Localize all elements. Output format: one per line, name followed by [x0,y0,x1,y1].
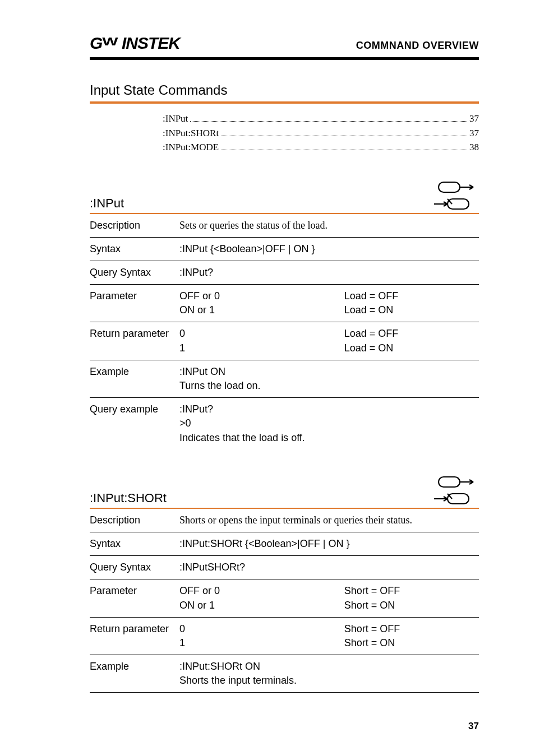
detail-row: Parameter OFF or 0Load = OFFON or 1Load … [90,285,479,322]
row-label: Parameter [90,289,179,317]
header-title: COMMNAND OVERVIEW [356,40,479,52]
set-query-icon [428,475,479,505]
row-line: Shorts the input terminals. [179,674,479,688]
detail-row: Query example :INPut?>0Indicates that th… [90,398,479,449]
row-content: 0Short = OFF1Short = ON [179,622,479,650]
detail-row: Example :INPut ONTurns the load on. [90,360,479,397]
param-row: ON or 1Short = ON [179,599,479,613]
row-label: Query Syntax [90,560,179,574]
param-row: 1Short = ON [179,636,479,650]
row-line: :INPut? [179,402,479,416]
row-content: :INPutSHORt? [179,560,479,574]
detail-row: Return parameter 0Short = OFF1Short = ON [90,618,479,655]
param-meaning: Short = OFF [344,622,479,636]
param-meaning: Load = OFF [344,327,479,341]
param-meaning: Load = ON [344,341,479,355]
row-divider [90,692,479,693]
param-value: 1 [179,341,344,355]
toc-row: :INPut37 [163,112,479,126]
row-label: Syntax [90,242,179,256]
page-number: 37 [90,721,479,732]
header-divider [90,57,479,60]
toc-dots [221,127,467,136]
svg-rect-5 [439,477,460,487]
row-line: Indicates that the load is off. [179,431,479,445]
param-meaning: Load = OFF [344,289,479,303]
param-row: 0Load = OFF [179,327,479,341]
row-label: Example [90,365,179,393]
param-row: ON or 1Load = ON [179,303,479,317]
param-value: OFF or 0 [179,289,344,303]
row-line: :INPutSHORt? [179,560,479,574]
row-label: Return parameter [90,622,179,650]
detail-row: Description Sets or queries the status o… [90,214,479,237]
command-name: :INPut:SHORt [90,491,167,505]
table-of-contents: :INPut37:INPut:SHORt37:INPut:MODE38 [163,112,479,155]
row-line: :INPut:SHORt {<Boolean>|OFF | ON } [179,537,479,551]
row-content: OFF or 0Short = OFFON or 1Short = ON [179,584,479,612]
detail-row: Syntax :INPut:SHORt {<Boolean>|OFF | ON … [90,532,479,555]
row-content: :INPut:SHORt ONShorts the input terminal… [179,660,479,688]
param-meaning: Short = OFF [344,584,479,598]
row-line: Shorts or opens the input terminals or q… [179,513,479,527]
param-value: 0 [179,622,344,636]
command-block: :INPut:SHORt Description Shorts or opens… [90,475,479,693]
page-header: GW INSTEK COMMNAND OVERVIEW [90,34,479,53]
row-label: Return parameter [90,327,179,355]
toc-dots [190,112,467,122]
set-query-icon [428,180,479,211]
row-content: :INPut?>0Indicates that the load is off. [179,402,479,445]
param-meaning: Load = ON [344,303,479,317]
row-content: Sets or queries the status of the load. [179,219,479,233]
toc-page: 37 [469,126,479,141]
param-meaning: Short = ON [344,599,479,613]
toc-row: :INPut:MODE38 [163,140,479,155]
toc-label: :INPut:MODE [163,140,219,155]
row-label: Parameter [90,584,179,612]
param-value: 1 [179,636,344,650]
row-content: :INPut ONTurns the load on. [179,365,479,393]
row-line: >0 [179,416,479,430]
svg-rect-7 [448,494,469,504]
command-name: :INPut [90,196,124,211]
commands-container: :INPut Description Sets or queries the s… [90,180,479,693]
param-row: OFF or 0Load = OFF [179,289,479,303]
row-line: Turns the load on. [179,379,479,393]
detail-row: Example :INPut:SHORt ONShorts the input … [90,655,479,692]
toc-page: 37 [469,112,479,126]
svg-rect-2 [448,199,469,209]
row-content: OFF or 0Load = OFFON or 1Load = ON [179,289,479,317]
param-value: ON or 1 [179,599,344,613]
brand-logo: GW INSTEK [90,34,180,53]
toc-dots [221,141,467,150]
detail-row: Description Shorts or opens the input te… [90,509,479,532]
row-content: :INPut {<Boolean>|OFF | ON } [179,242,479,256]
row-label: Query Syntax [90,266,179,280]
param-value: 0 [179,327,344,341]
param-value: ON or 1 [179,303,344,317]
row-line: :INPut? [179,266,479,280]
row-label: Example [90,660,179,688]
row-content: 0Load = OFF1Load = ON [179,327,479,355]
detail-row: Parameter OFF or 0Short = OFFON or 1Shor… [90,579,479,616]
command-block: :INPut Description Sets or queries the s… [90,180,479,449]
section-heading: Input State Commands [90,82,479,98]
row-content: :INPut? [179,266,479,280]
detail-row: Return parameter 0Load = OFF1Load = ON [90,322,479,359]
command-header: :INPut [90,180,479,211]
param-value: OFF or 0 [179,584,344,598]
row-line: :INPut {<Boolean>|OFF | ON } [179,242,479,256]
param-row: OFF or 0Short = OFF [179,584,479,598]
section-divider [90,101,479,104]
param-row: 0Short = OFF [179,622,479,636]
svg-rect-0 [439,182,460,192]
param-meaning: Short = ON [344,636,479,650]
detail-row: Query Syntax :INPut? [90,261,479,284]
row-label: Query example [90,402,179,445]
row-label: Description [90,219,179,233]
toc-label: :INPut [163,112,188,126]
command-header: :INPut:SHORt [90,475,479,505]
detail-row: Syntax :INPut {<Boolean>|OFF | ON } [90,238,479,261]
row-line: :INPut ON [179,365,479,379]
row-label: Syntax [90,537,179,551]
